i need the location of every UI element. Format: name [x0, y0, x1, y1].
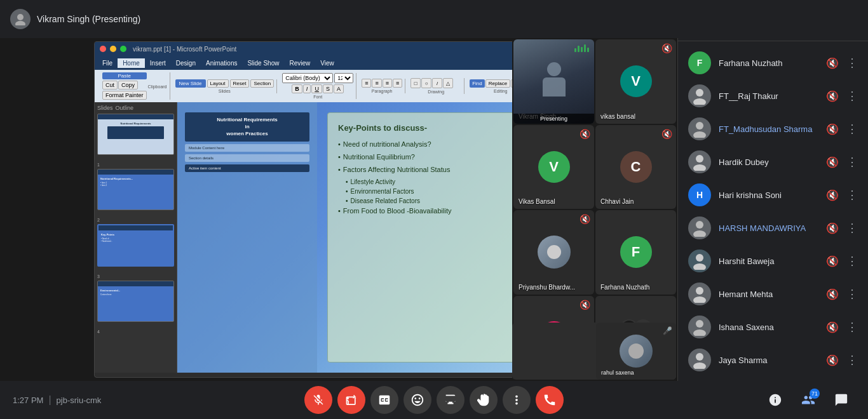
ribbon-paragraph-group: ≡ ≡ ≡ ≡ Paragraph: [359, 79, 405, 93]
mute-icon-priyanshu: 🔇: [580, 214, 590, 224]
person-mute-hardik: 🔇: [826, 156, 839, 168]
video-tile-farhana: F Farhana Nuzhath: [595, 210, 676, 295]
tile-name-vikas-v: vikas bansal: [600, 113, 635, 120]
ribbon-tab-insert[interactable]: Insert: [145, 58, 171, 68]
replace-btn[interactable]: Replace: [485, 79, 510, 88]
cut-btn[interactable]: Cut: [102, 81, 118, 90]
align-left-btn[interactable]: ≡: [362, 79, 371, 88]
svg-point-17: [693, 296, 706, 303]
font-size-select[interactable]: 12: [334, 73, 353, 83]
raise-hand-button[interactable]: [470, 386, 498, 414]
person-more-ft-raj[interactable]: ⋮: [846, 89, 858, 103]
copy-btn[interactable]: Copy: [118, 81, 138, 90]
slide-left-title: Nutritional Requirementsinwomen Practice…: [185, 112, 309, 142]
person-more-ft-madhu[interactable]: ⋮: [846, 122, 858, 136]
ribbon-tab-slideshow[interactable]: Slide Show: [242, 58, 284, 68]
video-tile-priyanshu: 🔇 Priyanshu Bhardw...: [513, 210, 594, 295]
slide-number-1: 1: [97, 163, 100, 167]
right-controls: 71: [761, 386, 855, 414]
ribbon-font-group: Calibri (Body) 12 B I U S A Font: [280, 73, 356, 99]
person-avatar-ft-raj: [688, 84, 711, 107]
person-more-hemant[interactable]: ⋮: [846, 287, 858, 301]
more-options-button[interactable]: [503, 386, 531, 414]
layout-btn[interactable]: Layout: [207, 79, 229, 88]
ribbon-tab-animations[interactable]: Animations: [201, 58, 242, 68]
svg-point-20: [696, 353, 703, 361]
info-button[interactable]: [761, 386, 789, 414]
svg-point-1: [15, 21, 25, 25]
align-right-btn[interactable]: ≡: [383, 79, 392, 88]
svg-point-6: [696, 89, 703, 96]
tile-avatar-chhavi: C: [620, 151, 652, 183]
emoji-button[interactable]: [403, 386, 431, 414]
person-more-harsh[interactable]: ⋮: [846, 221, 858, 235]
people-list[interactable]: F Farhana Nuzhath 🔇 ⋮ FT__Raj Thakur 🔇 ⋮…: [678, 41, 868, 419]
ribbon-clipboard-group: Paste Cut Copy Format Painter Clipboard: [100, 72, 170, 100]
person-avatar-hemant: [688, 283, 711, 305]
ribbon-tab-design[interactable]: Design: [171, 58, 201, 68]
person-item-harsh: HARSH MANDAWRIYA 🔇 ⋮: [678, 211, 868, 244]
slide-thumb-2[interactable]: Nutritional Requirements... • Item 1 • I…: [97, 169, 174, 210]
tile-name-farhana: Farhana Nuzhath: [600, 284, 649, 291]
person-item-ft-raj: FT__Raj Thakur 🔇 ⋮: [678, 79, 868, 112]
end-call-button[interactable]: [536, 386, 564, 414]
person-name-ft-raj: FT__Raj Thakur: [719, 91, 818, 101]
person-name-hemant: Hemant Mehta: [719, 289, 818, 299]
mute-icon-vikas-v: 🔇: [661, 43, 672, 53]
person-name-hari: Hari krishna Soni: [719, 190, 818, 200]
slide-left-panel: Nutritional Requirementsinwomen Practice…: [177, 102, 317, 373]
person-avatar-hari: H: [688, 183, 711, 206]
person-more-hari[interactable]: ⋮: [846, 188, 858, 202]
slide-panel[interactable]: Slides Outline Nutritional Requirements …: [95, 102, 177, 373]
person-name-harshit: Harshit Baweja: [719, 256, 818, 266]
person-item-hemant: Hemant Mehta 🔇 ⋮: [678, 277, 868, 310]
slide-thumb-4[interactable]: Environmental... Content here: [97, 281, 174, 322]
reset-btn[interactable]: Reset: [230, 79, 250, 88]
italic-btn[interactable]: I: [303, 84, 311, 93]
slide-number-4: 4: [97, 329, 100, 334]
bottom-bar: 1:27 PM | pjb-sriu-cmk: [0, 381, 868, 419]
section-btn[interactable]: Section: [250, 79, 274, 88]
align-center-btn[interactable]: ≡: [372, 79, 381, 88]
person-avatar-jaya: [688, 349, 711, 371]
ribbon-tab-view[interactable]: View: [315, 58, 339, 68]
person-item-farhana: F Farhana Nuzhath 🔇 ⋮: [678, 46, 868, 79]
format-painter-btn[interactable]: Format Painter: [102, 91, 147, 100]
svg-point-15: [693, 263, 706, 270]
captions-button[interactable]: [370, 386, 398, 414]
person-item-jaya: Jaya Sharma 🔇 ⋮: [678, 343, 868, 376]
person-more-ishana[interactable]: ⋮: [846, 320, 858, 334]
paste-btn[interactable]: Paste: [102, 72, 147, 79]
strikethrough-btn[interactable]: S: [323, 84, 333, 93]
person-more-hardik[interactable]: ⋮: [846, 155, 858, 169]
person-mute-harsh: 🔇: [826, 222, 839, 234]
justify-btn[interactable]: ≡: [393, 79, 402, 88]
find-btn[interactable]: Find: [470, 79, 485, 88]
mic-button[interactable]: [304, 386, 332, 414]
slide-left-item-2: Section details: [185, 154, 309, 162]
svg-point-13: [693, 230, 706, 237]
font-family-select[interactable]: Calibri (Body): [282, 73, 333, 83]
ribbon-tab-review[interactable]: Review: [284, 58, 315, 68]
underline-btn[interactable]: U: [311, 84, 322, 93]
person-more-jaya[interactable]: ⋮: [846, 353, 858, 367]
slide-thumb-1[interactable]: Nutritional Requirements: [97, 114, 174, 155]
ribbon-tab-home[interactable]: Home: [118, 58, 145, 68]
slide-number-3: 3: [97, 274, 100, 279]
present-button[interactable]: [437, 386, 465, 414]
person-more-farhana[interactable]: ⋮: [846, 56, 858, 70]
person-more-harshit[interactable]: ⋮: [846, 254, 858, 268]
tile-avatar-vikas-bansal: V: [538, 151, 570, 183]
person-avatar-harshit: [688, 249, 711, 272]
person-item-harshit: Harshit Baweja 🔇 ⋮: [678, 244, 868, 277]
bold-btn[interactable]: B: [292, 84, 302, 93]
people-button[interactable]: 71: [794, 386, 822, 414]
person-avatar-ft-madhu: [688, 117, 711, 140]
new-slide-btn[interactable]: New Slide: [175, 79, 206, 88]
camera-button[interactable]: [337, 386, 365, 414]
ribbon-tab-file[interactable]: File: [97, 58, 118, 68]
controls: [304, 386, 564, 414]
chat-button[interactable]: [827, 386, 855, 414]
slide-thumb-3[interactable]: Key-Points • Need of... • Nutritional...: [97, 224, 174, 267]
font-shadow-btn[interactable]: A: [334, 84, 344, 93]
